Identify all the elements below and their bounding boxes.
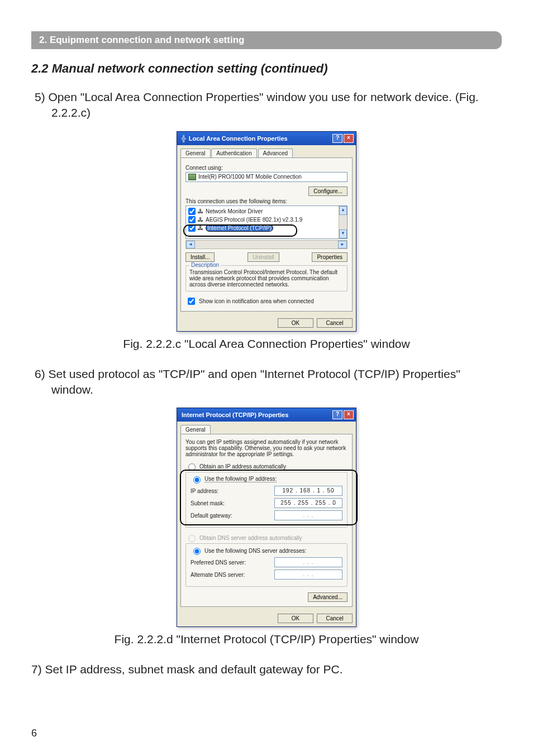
list-item[interactable]: 🖧 Network Monitor Driver: [186, 207, 339, 216]
install-button[interactable]: Install...: [185, 252, 215, 262]
manual-dns-group: Use the following DNS server addresses: …: [185, 543, 348, 587]
horizontal-scrollbar[interactable]: ◄ ►: [185, 240, 348, 249]
manual-ip-group: Use the following IP address: IP address…: [185, 472, 348, 528]
list-item[interactable]: 🖧 AEGIS Protocol (IEEE 802.1x) v2.3.1.9: [186, 216, 339, 224]
default-gateway-label: Default gateway:: [191, 513, 232, 519]
description-group: Description Transmission Control Protoco…: [185, 265, 348, 291]
list-item[interactable]: 🖧 Internet Protocol (TCP/IP): [186, 224, 339, 232]
section-ribbon: 2. Equipment connection and network sett…: [31, 31, 502, 49]
ok-button[interactable]: OK: [278, 318, 313, 328]
advanced-button[interactable]: Advanced...: [308, 592, 348, 602]
network-adapter-icon: [188, 174, 196, 180]
close-icon[interactable]: ×: [344, 134, 354, 143]
obtain-dns-auto-radio: [188, 535, 196, 542]
tab-strip: General: [177, 422, 356, 434]
use-following-dns-label: Use the following DNS server addresses:: [204, 548, 306, 554]
protocol-icon: 🖧: [198, 208, 203, 214]
local-area-connection-dialog: ╬Local Area Connection Properties ? × Ge…: [177, 131, 356, 332]
adapter-field: Intel(R) PRO/1000 MT Mobile Connection: [185, 172, 348, 182]
subnet-mask-field[interactable]: 255 . 255 . 255 . 0: [274, 498, 342, 508]
obtain-ip-auto-label: Obtain an IP address automatically: [199, 463, 286, 470]
figure-c-caption: Fig. 2.2.2.c "Local Area Connection Prop…: [31, 337, 502, 351]
use-following-ip-label: Use the following IP address:: [204, 476, 277, 482]
list-item-checkbox[interactable]: [188, 208, 196, 215]
default-gateway-field[interactable]: . . .: [274, 510, 342, 520]
scroll-right-icon[interactable]: ►: [338, 241, 347, 248]
use-following-ip-radio[interactable]: [193, 476, 201, 484]
tab-general[interactable]: General: [180, 149, 211, 157]
cancel-button[interactable]: Cancel: [317, 614, 353, 623]
uninstall-button: Uninstall: [248, 252, 279, 262]
intro-text: You can get IP settings assigned automat…: [185, 439, 348, 457]
tab-panel-general: Connect using: Intel(R) PRO/1000 MT Mobi…: [180, 157, 353, 312]
use-following-dns-radio[interactable]: [193, 548, 201, 555]
scroll-up-icon[interactable]: ▲: [339, 206, 347, 215]
dialog-title: Internet Protocol (TCP/IP) Properties: [182, 412, 288, 418]
preferred-dns-field[interactable]: . . .: [274, 557, 342, 567]
ip-address-label: IP address:: [191, 488, 218, 494]
dialog-titlebar: ╬Local Area Connection Properties ? ×: [177, 132, 356, 145]
scroll-down-icon[interactable]: ▼: [339, 229, 347, 238]
tab-general[interactable]: General: [180, 425, 211, 434]
vertical-scrollbar[interactable]: ▲ ▼: [339, 206, 347, 238]
scroll-left-icon[interactable]: ◄: [186, 241, 195, 248]
cancel-button[interactable]: Cancel: [317, 318, 353, 328]
preferred-dns-label: Preferred DNS server:: [191, 559, 246, 566]
items-label: This connection uses the following items…: [185, 198, 348, 204]
ip-address-field[interactable]: 192 . 168 . 1 . 50: [274, 486, 342, 496]
ok-button[interactable]: OK: [278, 614, 313, 623]
dialog-title: ╬Local Area Connection Properties: [182, 135, 288, 142]
description-title: Description: [189, 262, 221, 268]
description-text: Transmission Control Protocol/Internet P…: [189, 269, 344, 288]
step-6-text: 6) Set used protocol as "TCP/IP" and ope…: [31, 366, 502, 398]
list-item-checkbox[interactable]: [188, 216, 196, 223]
connect-using-label: Connect using:: [185, 165, 348, 171]
adapter-name: Intel(R) PRO/1000 MT Mobile Connection: [198, 174, 302, 180]
protocol-icon: 🖧: [198, 225, 203, 231]
tab-panel-general: You can get IP settings assigned automat…: [180, 434, 353, 607]
help-icon[interactable]: ?: [332, 410, 342, 419]
properties-button[interactable]: Properties: [312, 252, 348, 262]
step-5-text: 5) Open "Local Area Connection Propertie…: [31, 89, 502, 121]
figure-d-caption: Fig. 2.2.2.d "Internet Protocol (TCP/IP)…: [31, 633, 502, 646]
alternate-dns-label: Alternate DNS server:: [191, 572, 245, 578]
show-icon-checkbox[interactable]: [188, 298, 195, 305]
protocol-icon: 🖧: [198, 217, 203, 223]
subsection-heading: 2.2 Manual network connection setting (c…: [31, 61, 502, 76]
alternate-dns-field[interactable]: . . .: [274, 570, 342, 580]
obtain-dns-auto-label: Obtain DNS server address automatically: [199, 535, 302, 541]
obtain-ip-auto-radio[interactable]: [188, 463, 196, 471]
list-item-label: Network Monitor Driver: [206, 208, 263, 214]
subnet-mask-label: Subnet mask:: [191, 500, 225, 506]
dialog-titlebar: Internet Protocol (TCP/IP) Properties ? …: [177, 408, 356, 422]
tab-advanced[interactable]: Advanced: [258, 149, 293, 157]
show-icon-label: Show icon in notification area when conn…: [199, 298, 314, 304]
close-icon[interactable]: ×: [344, 410, 354, 419]
list-item-label-selected: Internet Protocol (TCP/IP): [206, 224, 273, 232]
configure-button[interactable]: Configure...: [308, 186, 348, 196]
list-item-label: AEGIS Protocol (IEEE 802.1x) v2.3.1.9: [206, 217, 302, 223]
page-number: 6: [31, 728, 37, 739]
tab-strip: General Authentication Advanced: [177, 145, 356, 157]
tcpip-properties-dialog: Internet Protocol (TCP/IP) Properties ? …: [177, 408, 356, 627]
tab-authentication[interactable]: Authentication: [211, 149, 256, 157]
list-item-checkbox[interactable]: [188, 224, 196, 232]
help-icon[interactable]: ?: [332, 134, 342, 143]
step-7-text: 7) Set IP address, subnet mask and defau…: [31, 662, 502, 677]
protocol-listbox[interactable]: 🖧 Network Monitor Driver 🖧 AEGIS Protoco…: [185, 205, 348, 239]
